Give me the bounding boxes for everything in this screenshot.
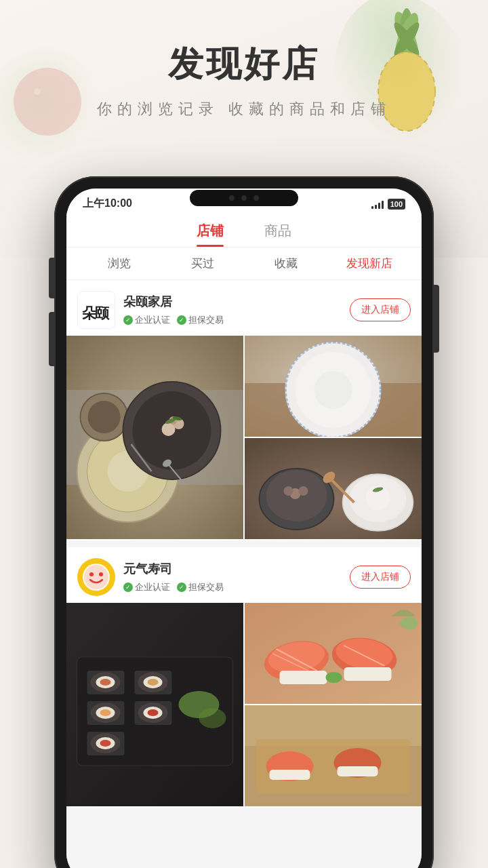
subtab-favorites[interactable]: 收藏	[244, 248, 327, 279]
store-name-2: 元气寿司	[123, 561, 342, 577]
check-icon-1: ✓	[123, 315, 133, 325]
svg-rect-84	[344, 667, 392, 681]
store-header-2: 元气寿司 ✓ 企业认证 ✓ 担保交易	[66, 547, 422, 603]
badge-enterprise-label-2: 企业认证	[135, 581, 170, 593]
signal-icon	[371, 199, 384, 209]
phone-screen: 上午10:00 100 店铺 商品 浏览 买	[66, 189, 422, 868]
signal-bar-2	[375, 205, 377, 209]
store-logo-calligraphy-svg: 朵颐	[78, 291, 115, 329]
store-header-1: 朵颐 朵颐家居 ✓ 企业认证 ✓	[66, 280, 422, 336]
enter-store-btn-1[interactable]: 进入店铺	[350, 298, 411, 321]
badge-guarantee-1: ✓ 担保交易	[177, 314, 224, 326]
svg-point-64	[100, 740, 111, 747]
svg-point-39	[284, 486, 293, 496]
store-img-main-2	[66, 603, 243, 806]
sensor-left	[229, 195, 235, 201]
ceramics-top-image	[245, 336, 422, 437]
svg-point-60	[100, 709, 111, 716]
svg-rect-83	[280, 671, 327, 684]
camera-lens	[240, 194, 248, 202]
tab-products[interactable]: 商品	[264, 222, 291, 247]
phone-outer: 上午10:00 100 店铺 商品 浏览 买	[54, 176, 434, 868]
svg-point-68	[148, 679, 159, 686]
store-list: 朵颐 朵颐家居 ✓ 企业认证 ✓	[66, 280, 422, 868]
subtab-browse[interactable]: 浏览	[77, 248, 161, 279]
store-card-2: 元气寿司 ✓ 企业认证 ✓ 担保交易	[66, 547, 422, 808]
phone-camera-bar	[190, 190, 298, 206]
badge-enterprise-1: ✓ 企业认证	[123, 314, 170, 326]
svg-rect-92	[338, 766, 378, 776]
status-right-icons: 100	[371, 199, 405, 210]
badge-enterprise-2: ✓ 企业认证	[123, 581, 170, 593]
subtab-discover[interactable]: 发现新店	[327, 248, 411, 279]
store-img-right-bottom-1	[245, 438, 422, 539]
badge-enterprise-label-1: 企业认证	[135, 314, 170, 326]
signal-bar-1	[371, 206, 373, 209]
svg-point-72	[148, 709, 159, 716]
store-card-1: 朵颐 朵颐家居 ✓ 企业认证 ✓	[66, 280, 422, 540]
store-badges-2: ✓ 企业认证 ✓ 担保交易	[123, 581, 342, 593]
store-badges-1: ✓ 企业认证 ✓ 担保交易	[123, 314, 342, 326]
svg-point-85	[326, 672, 342, 683]
store-name-1: 朵颐家居	[123, 294, 342, 310]
store-logo-1: 朵颐	[77, 291, 115, 329]
status-time: 上午10:00	[83, 197, 132, 211]
badge-guarantee-label-1: 担保交易	[188, 314, 224, 326]
yuanqi-logo-svg	[79, 559, 114, 595]
header-section: 发现好店 你的浏览记录 收藏的商品和店铺	[0, 41, 488, 119]
ceramics-bottom-image	[245, 438, 422, 539]
svg-rect-90	[270, 770, 310, 780]
store-info-1: 朵颐家居 ✓ 企业认证 ✓ 担保交易	[123, 294, 342, 326]
svg-point-32	[314, 371, 352, 409]
store-logo-2	[77, 558, 115, 596]
sushi-top-image	[245, 603, 422, 704]
page-title: 发现好店	[0, 41, 488, 88]
sub-tabs: 浏览 买过 收藏 发现新店	[66, 248, 422, 280]
svg-point-74	[199, 708, 226, 728]
store-images-right-2	[245, 603, 422, 806]
subtab-bought[interactable]: 买过	[161, 248, 244, 279]
signal-bar-3	[378, 203, 380, 209]
sushi-bottom-placeholder	[245, 705, 422, 806]
store-info-2: 元气寿司 ✓ 企业认证 ✓ 担保交易	[123, 561, 342, 593]
check-icon-4: ✓	[177, 583, 186, 592]
phone-mockup: 上午10:00 100 店铺 商品 浏览 买	[54, 176, 434, 868]
store-img-right-top-2	[245, 603, 422, 704]
svg-point-38	[299, 486, 308, 496]
sensor-right	[253, 195, 259, 201]
svg-point-48	[84, 565, 108, 589]
battery-icon: 100	[388, 199, 405, 210]
volume-down-button	[49, 258, 54, 298]
signal-bar-4	[382, 201, 384, 209]
power-button	[434, 285, 439, 353]
tab-stores[interactable]: 店铺	[197, 222, 224, 247]
page-subtitle: 你的浏览记录 收藏的商品和店铺	[0, 99, 488, 119]
store-img-right-top-1	[245, 336, 422, 437]
store-images-right-1	[245, 336, 422, 539]
badge-guarantee-2: ✓ 担保交易	[177, 581, 224, 593]
svg-point-56	[100, 679, 111, 686]
svg-point-50	[99, 572, 103, 576]
svg-point-49	[89, 572, 94, 576]
svg-point-17	[88, 401, 121, 433]
main-tabs: 店铺 商品	[66, 216, 422, 248]
check-icon-3: ✓	[123, 583, 133, 592]
sushi-main-image	[66, 603, 243, 806]
store-img-main-1	[66, 336, 243, 539]
svg-text:朵颐: 朵颐	[82, 305, 110, 321]
store-images-2	[66, 603, 422, 808]
volume-up-button	[49, 312, 54, 366]
ceramics-main-image	[66, 336, 243, 539]
badge-guarantee-label-2: 担保交易	[188, 581, 224, 593]
enter-store-btn-2[interactable]: 进入店铺	[350, 566, 411, 589]
yuanqi-logo-inner	[79, 559, 114, 595]
store-img-right-bottom-2	[245, 705, 422, 806]
store-images-1	[66, 336, 422, 540]
check-icon-2: ✓	[177, 315, 186, 325]
